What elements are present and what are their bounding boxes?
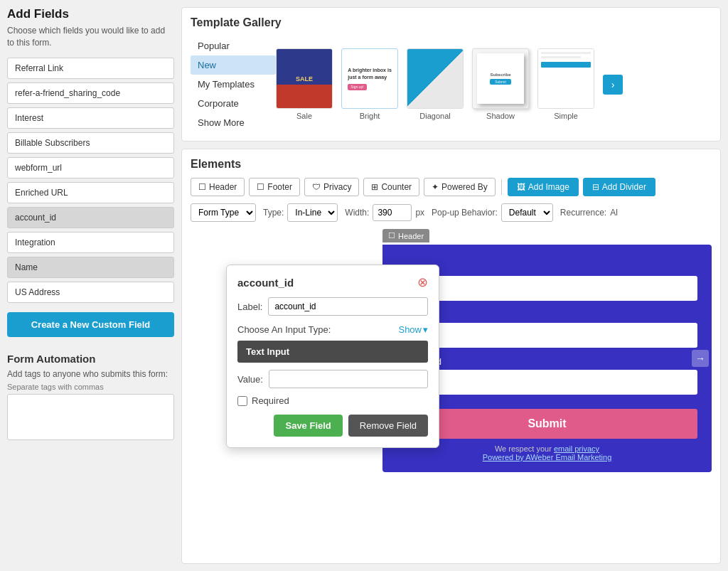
show-arrow-icon: ▾ (423, 324, 428, 335)
input-type-row: Choose An Input Type: Show ▾ (237, 324, 428, 335)
header-element-button[interactable]: ☐ Header (191, 178, 245, 196)
required-checkbox[interactable] (237, 396, 247, 406)
gallery-nav-show-more[interactable]: Show More (191, 113, 276, 132)
form-automation-title: Form Automation (7, 353, 174, 365)
preview-account-input[interactable] (397, 370, 697, 395)
template-bright[interactable]: A brighter inbox isjust a form awaySign … (341, 48, 398, 120)
width-input[interactable] (373, 204, 412, 221)
template-label-sale: Sale (296, 112, 312, 120)
value-input[interactable] (269, 370, 428, 388)
form-type-wrapper: Form Type (191, 203, 256, 222)
modal-label-row: Label: (237, 297, 428, 316)
input-type-label: Choose An Input Type: (237, 324, 331, 335)
privacy-element-button[interactable]: 🛡 Privacy (304, 178, 359, 196)
modal-close-button[interactable]: ⊗ (417, 276, 428, 289)
add-image-button[interactable]: 🖼 Add Image (508, 178, 579, 196)
width-label: Width: (345, 208, 369, 218)
sidebar-field-us-address[interactable]: US Address (7, 282, 174, 303)
add-divider-button[interactable]: ⊟ Add Divider (583, 178, 655, 196)
sidebar-field-billable-subscribers[interactable]: Billable Subscribers (7, 132, 174, 154)
footer-element-button[interactable]: ☐ Footer (249, 178, 300, 196)
template-label-shadow: Shadow (486, 112, 515, 120)
privacy-label: Privacy (323, 182, 351, 192)
value-label: Value: (237, 374, 263, 385)
powered-by-element-button[interactable]: ✦ Powered By (424, 178, 496, 196)
form-preview-area: ☐ Header Name: Email: account_id (191, 229, 712, 471)
value-row: Value: (237, 370, 428, 388)
popup-select[interactable]: Default (501, 203, 553, 222)
add-divider-icon: ⊟ (592, 182, 599, 192)
header-tag-text: Header (398, 232, 424, 240)
template-shadow[interactable]: SubscribeSubmitShadow (472, 48, 529, 120)
preview-account-label: account_id (397, 356, 697, 367)
label-text: Label: (237, 301, 262, 312)
selected-input-type[interactable]: Text Input (237, 341, 428, 363)
elements-toolbar: ☐ Header ☐ Footer 🛡 Privacy ⊞ Counter ✦ (191, 178, 712, 196)
label-input[interactable] (268, 297, 428, 316)
toolbar-divider (501, 179, 502, 195)
required-row: Required (237, 395, 428, 406)
email-privacy-link[interactable]: email privacy (554, 444, 599, 453)
template-sale[interactable]: SALESale (276, 48, 333, 120)
preview-name-input[interactable] (397, 276, 697, 301)
footer-icon: ☐ (257, 182, 264, 192)
sidebar-field-interest[interactable]: Interest (7, 107, 174, 129)
template-label-bright: Bright (360, 112, 380, 120)
powered-by-link[interactable]: Powered by AWeber Email Marketing (483, 453, 612, 461)
type-wrapper: Type: In-Line (263, 203, 338, 222)
header-tag-icon: ☐ (388, 231, 395, 240)
field-modal: account_id ⊗ Label: Choose An Input Type… (226, 265, 439, 448)
main-area: Template Gallery PopularNewMy TemplatesC… (181, 7, 721, 564)
sidebar-field-enriched-url[interactable]: Enriched URL (7, 182, 174, 203)
preview-submit-button[interactable]: Submit (397, 409, 697, 439)
popup-label: Pop-up Behavior: (432, 208, 498, 218)
remove-field-button[interactable]: Remove Field (348, 415, 428, 437)
template-simple[interactable]: Simple (537, 48, 594, 120)
form-type-select[interactable]: Form Type (191, 203, 256, 222)
form-automation-section: Form Automation Add tags to anyone who s… (7, 353, 174, 443)
template-diagonal[interactable]: Diagonal (407, 48, 464, 120)
show-link[interactable]: Show ▾ (398, 324, 428, 335)
gallery-next-button[interactable]: › (603, 75, 623, 95)
tags-textarea[interactable] (7, 394, 174, 440)
template-gallery-title: Template Gallery (191, 16, 712, 29)
sidebar-field-webform-url[interactable]: webform_url (7, 157, 174, 178)
gallery-nav-new[interactable]: New (191, 55, 276, 75)
type-label: Type: (263, 208, 284, 218)
sidebar: Add Fields Choose which fields you would… (7, 7, 174, 564)
form-controls: Form Type Type: In-Line Width: px Pop-up… (191, 203, 712, 222)
sidebar-field-name[interactable]: Name (7, 257, 174, 278)
sidebar-field-integration[interactable]: Integration (7, 232, 174, 253)
preview-email-input[interactable] (397, 323, 697, 348)
sidebar-subtitle: Choose which fields you would like to ad… (7, 25, 174, 49)
sidebar-field-refer-friend[interactable]: refer-a-friend_sharing_code (7, 82, 174, 104)
template-img-sale: SALE (276, 48, 333, 109)
gallery-templates: SALESaleA brighter inbox isjust a form a… (276, 36, 712, 132)
preview-email-label: Email: (397, 309, 697, 320)
sidebar-field-account-id[interactable]: account_id (7, 207, 174, 228)
gallery-nav: PopularNewMy TemplatesCorporateShow More (191, 36, 276, 132)
create-custom-field-button[interactable]: Create a New Custom Field (7, 312, 174, 337)
type-select[interactable]: In-Line (287, 203, 338, 222)
add-image-icon: 🖼 (517, 182, 525, 192)
powered-by-icon: ✦ (432, 182, 439, 192)
template-label-diagonal: Diagonal (419, 112, 450, 120)
template-label-simple: Simple (554, 112, 578, 120)
gallery-nav-corporate[interactable]: Corporate (191, 94, 276, 113)
footer-text: We respect your (495, 444, 552, 453)
required-label: Required (252, 395, 289, 406)
preview-name-label: Name: (397, 262, 697, 273)
template-img-bright: A brighter inbox isjust a form awaySign … (341, 48, 398, 109)
header-tag-label: ☐ Header (382, 229, 429, 242)
powered-by-label: Powered By (441, 182, 488, 192)
recurrence-wrapper: Recurrence: Al (560, 208, 618, 218)
gallery-nav-my-templates[interactable]: My Templates (191, 75, 276, 94)
preview-arrow-right[interactable]: → (692, 350, 709, 367)
recurrence-value: Al (610, 208, 618, 218)
save-field-button[interactable]: Save Field (274, 415, 342, 437)
preview-email-field: Email: (397, 309, 697, 348)
sidebar-field-referral-link[interactable]: Referral Link (7, 58, 174, 79)
counter-element-button[interactable]: ⊞ Counter (363, 178, 419, 196)
preview-name-field: Name: (397, 262, 697, 301)
gallery-nav-popular[interactable]: Popular (191, 36, 276, 55)
